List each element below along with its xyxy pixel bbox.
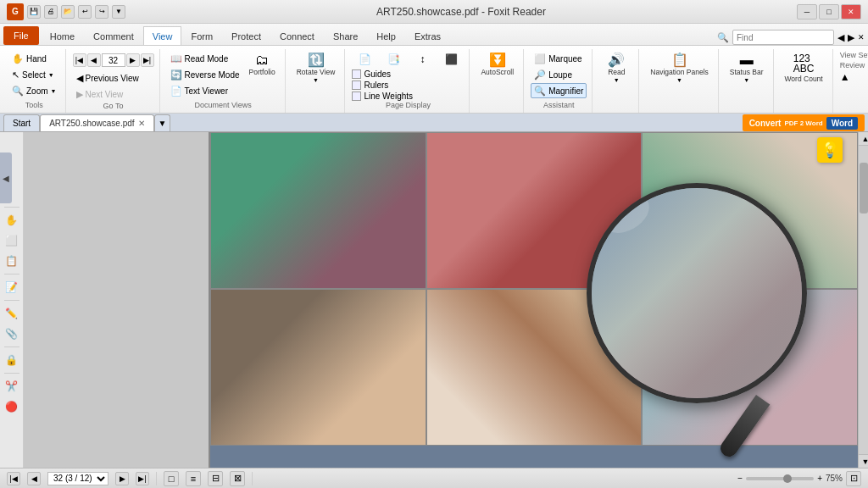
scrollbar-thumb[interactable]	[860, 163, 868, 214]
markup-tool-btn[interactable]: ✏️	[3, 304, 21, 323]
facing-btn[interactable]: ⬛	[438, 51, 464, 68]
guides-checkbox[interactable]: Guides	[352, 69, 464, 79]
facing-view-btn[interactable]: ⊟	[208, 471, 223, 486]
docviews-content: 📖 Read Mode 🔄 Reverse Mode 📄 Text Viewer…	[167, 51, 280, 101]
tab-dropdown-icon: ▼	[159, 119, 167, 128]
nav-prev-icon[interactable]: ◀	[837, 32, 844, 43]
word-count-button[interactable]: 123ABC Word Count	[781, 51, 827, 86]
next-view-button[interactable]: ▶ Next View	[73, 86, 154, 102]
rotate-view-button[interactable]: 🔃 Rotate View ▼	[292, 51, 340, 86]
quick-access-toolbar: 💾 🖨 📂 ↩ ↪ ▼	[27, 5, 125, 19]
undo-icon[interactable]: ↩	[78, 5, 92, 19]
search-icon: 🔍	[717, 32, 729, 43]
close-button[interactable]: ✕	[841, 4, 861, 19]
single-page-btn[interactable]: 📄	[352, 51, 377, 68]
scroll-btn[interactable]: ↕	[409, 51, 435, 68]
marquee-button[interactable]: ⬜ Marquee	[531, 51, 587, 66]
attach-tool-btn[interactable]: 📎	[3, 324, 21, 343]
tab-protect[interactable]: Protect	[222, 26, 270, 45]
single-page-view-btn[interactable]: □	[164, 471, 179, 486]
selection-tool-btn[interactable]: ⬜	[3, 231, 21, 250]
save-icon[interactable]: 💾	[27, 5, 41, 19]
first-page-button[interactable]: |◀	[73, 53, 86, 67]
previous-view-button[interactable]: ◀ Previous View	[73, 70, 154, 86]
status-bar-button[interactable]: ▬ Status Bar ▼	[726, 51, 768, 86]
print-icon[interactable]: 🖨	[44, 5, 58, 19]
status-next-page-btn[interactable]: ▶	[115, 472, 129, 485]
continuous-view-btn[interactable]: ≡	[186, 471, 201, 486]
tab-file[interactable]: File	[3, 26, 39, 45]
portfolio-button[interactable]: 🗂 Portfolio	[245, 51, 280, 79]
toolbar-separator-2	[4, 274, 19, 274]
view-setting-label: View Setting	[840, 51, 868, 59]
goto-group-label: Go To	[103, 102, 124, 112]
redact-tool-btn[interactable]: 🔴	[3, 397, 21, 416]
copy-tool-btn[interactable]: 📋	[3, 252, 21, 270]
loupe-button[interactable]: 🔎 Loupe	[531, 67, 587, 82]
autoscroll-button[interactable]: ⏬ AutoScroll	[476, 51, 518, 79]
select-tool-button[interactable]: ↖ Select ▼	[8, 67, 60, 82]
sidebar-collapse-button[interactable]: ◀	[0, 152, 12, 203]
next-page-button[interactable]: ▶	[126, 53, 140, 67]
prev-page-button[interactable]: ◀	[87, 53, 101, 67]
tab-dropdown[interactable]: ▼	[154, 114, 171, 131]
status-last-page-btn[interactable]: ▶|	[136, 472, 149, 485]
scroll-up-button[interactable]: ▲	[859, 132, 868, 146]
reverse-mode-button[interactable]: 🔄 Reverse Mode	[167, 67, 243, 82]
fit-page-btn[interactable]: ⊡	[846, 471, 861, 486]
page-select-dropdown[interactable]: 32 (3 / 12)	[47, 472, 108, 485]
convert-pdf-button[interactable]: Convert PDF 2 Word Word	[743, 114, 865, 131]
hand-tool-btn[interactable]: ✋	[3, 211, 21, 230]
rulers-checkbox[interactable]: Rulers	[352, 80, 464, 90]
status-bar-icon: ▬	[740, 53, 754, 67]
continuous-facing-btn[interactable]: ⊠	[230, 471, 245, 486]
tab-connect[interactable]: Connect	[270, 26, 324, 45]
stamp-tool-btn[interactable]: ✂️	[3, 377, 21, 396]
read-button[interactable]: 🔊 Read ▼	[599, 51, 633, 86]
redo-icon[interactable]: ↪	[95, 5, 108, 19]
hint-bulb-button[interactable]: 💡	[817, 137, 843, 163]
close-search-icon[interactable]: ✕	[858, 33, 865, 42]
zoom-in-icon[interactable]: +	[817, 474, 822, 483]
status-first-page-btn[interactable]: |◀	[7, 472, 20, 485]
magnifier-button[interactable]: 🔍 Magnifier	[531, 83, 587, 98]
tab-comment[interactable]: Comment	[84, 26, 143, 45]
tab-home[interactable]: Home	[41, 26, 84, 45]
tab-help[interactable]: Help	[367, 26, 405, 45]
zoom-dropdown-icon: ▼	[51, 88, 57, 94]
zoom-tool-button[interactable]: 🔍 Zoom ▼	[8, 83, 60, 98]
maximize-button[interactable]: □	[819, 4, 839, 19]
minimize-button[interactable]: ─	[797, 4, 817, 19]
tab-start[interactable]: Start	[3, 114, 40, 131]
customize-icon[interactable]: ▼	[112, 5, 125, 19]
hand-tool-button[interactable]: ✋ Hand	[8, 51, 60, 66]
note-tool-btn[interactable]: 📝	[3, 278, 21, 297]
tab-view[interactable]: View	[143, 26, 182, 45]
open-icon[interactable]: 📂	[61, 5, 75, 19]
docviews-col1: 📖 Read Mode 🔄 Reverse Mode 📄 Text Viewer	[167, 51, 243, 98]
scroll-down-button[interactable]: ▼	[859, 454, 868, 468]
collapse-ribbon-icon[interactable]: ▲	[840, 71, 868, 83]
tab-close-icon[interactable]: ✕	[138, 119, 145, 128]
right-scrollbar[interactable]: ▲ ▼	[858, 132, 868, 468]
tab-form[interactable]: Form	[181, 26, 222, 45]
tab-pdf-doc[interactable]: ART250.showcase.pdf ✕	[40, 114, 153, 131]
page-number-input[interactable]	[102, 53, 125, 67]
tab-share[interactable]: Share	[324, 26, 367, 45]
read-mode-button[interactable]: 📖 Read Mode	[167, 51, 243, 66]
line-weights-checkbox[interactable]: Line Weights	[352, 92, 464, 101]
search-input[interactable]	[732, 30, 834, 45]
tab-extras[interactable]: Extras	[405, 26, 450, 45]
security-tool-btn[interactable]: 🔒	[3, 351, 21, 369]
status-prev-page-btn[interactable]: ◀	[27, 472, 41, 485]
zoom-slider[interactable]	[746, 477, 814, 480]
ribbon-group-tools: ✋ Hand ↖ Select ▼ 🔍 Zoom ▼ Tools	[3, 49, 66, 113]
ribbon-search: 🔍 ◀ ▶ ✕	[717, 30, 865, 45]
two-page-btn[interactable]: 📑	[381, 51, 406, 68]
toolbar-separator-3	[4, 300, 19, 301]
nav-panels-button[interactable]: 📋 Navigation Panels ▼	[646, 51, 713, 86]
zoom-out-icon[interactable]: −	[737, 474, 743, 483]
nav-next-icon[interactable]: ▶	[848, 32, 854, 43]
last-page-button[interactable]: ▶|	[141, 53, 154, 67]
text-viewer-button[interactable]: 📄 Text Viewer	[167, 83, 243, 98]
